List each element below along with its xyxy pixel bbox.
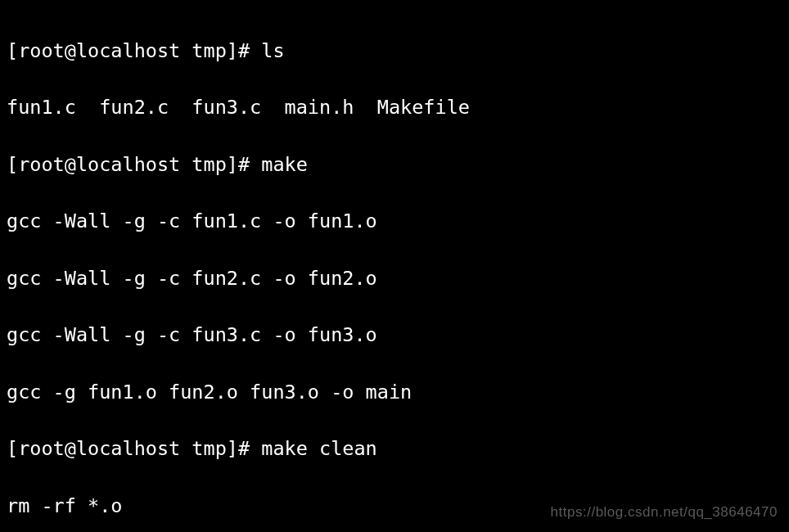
output-text: fun1.c fun2.c fun3.c main.h Makefile (7, 96, 470, 119)
command-text: make clean (261, 437, 376, 460)
terminal-line: gcc -Wall -g -c fun2.c -o fun2.o (7, 264, 782, 293)
output-text: gcc -Wall -g -c fun3.c -o fun3.o (7, 323, 377, 346)
terminal-line: [root@localhost tmp]# make clean (7, 435, 782, 463)
shell-prompt: [root@localhost tmp]# (7, 437, 261, 460)
command-text: ls (261, 39, 284, 62)
output-text: gcc -Wall -g -c fun2.c -o fun2.o (7, 267, 377, 290)
shell-prompt: [root@localhost tmp]# (7, 39, 261, 62)
watermark-text: https://blog.csdn.net/qq_38646470 (551, 502, 778, 522)
output-text: gcc -Wall -g -c fun1.c -o fun1.o (7, 210, 377, 232)
terminal-line: [root@localhost tmp]# ls (7, 37, 782, 65)
terminal-output[interactable]: [root@localhost tmp]# ls fun1.c fun2.c f… (7, 8, 782, 532)
terminal-line: gcc -Wall -g -c fun3.c -o fun3.o (7, 321, 782, 349)
terminal-line: [root@localhost tmp]# make (7, 151, 782, 179)
terminal-line: gcc -g fun1.o fun2.o fun3.o -o main (7, 378, 782, 407)
command-text: make (261, 153, 308, 176)
shell-prompt: [root@localhost tmp]# (7, 153, 261, 176)
output-text: rm -rf *.o (7, 494, 122, 517)
terminal-line: gcc -Wall -g -c fun1.c -o fun1.o (7, 207, 782, 236)
output-text: gcc -g fun1.o fun2.o fun3.o -o main (7, 381, 412, 404)
terminal-line: fun1.c fun2.c fun3.c main.h Makefile (7, 93, 782, 122)
